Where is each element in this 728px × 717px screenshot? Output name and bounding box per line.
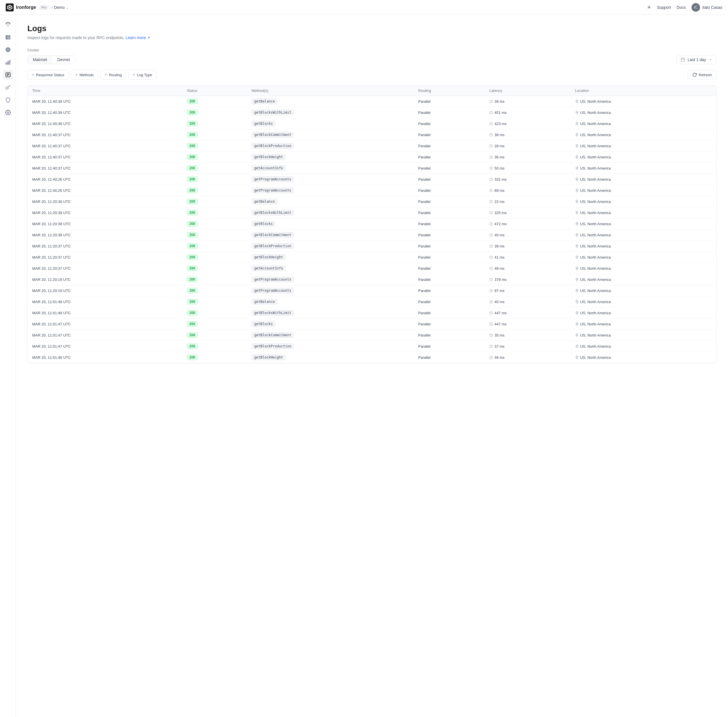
table-row[interactable]: MAR 20, 11:01:46 UTC 200 getBlockHeight …: [28, 352, 716, 363]
svg-point-4: [8, 25, 8, 26]
refresh-icon: [692, 73, 697, 77]
cell-location: US, North America: [571, 319, 716, 330]
svg-point-47: [577, 189, 577, 191]
status-badge: 200: [187, 299, 198, 305]
method-badge: getBlocksWithLimit: [251, 310, 294, 316]
location-value: US, North America: [580, 244, 611, 248]
tab-mainnet[interactable]: Mainnet: [28, 56, 52, 64]
sidebar-item-settings[interactable]: [3, 107, 13, 117]
location-value: US, North America: [580, 355, 611, 360]
clock-icon: [489, 289, 493, 293]
sidebar-item-globe[interactable]: [3, 44, 13, 55]
table-row[interactable]: MAR 20, 11:20:19 UTC 200 getProgramAccou…: [28, 274, 716, 285]
table-row[interactable]: MAR 20, 11:01:48 UTC 200 getBlocksWithLi…: [28, 307, 716, 319]
clock-icon: [489, 322, 493, 326]
table-row[interactable]: MAR 20, 11:40:39 UTC 200 getBlocksWithLi…: [28, 107, 716, 118]
table-row[interactable]: MAR 20, 11:40:39 UTC 200 getBalance Para…: [28, 96, 716, 107]
tab-devnet[interactable]: Devnet: [52, 56, 75, 64]
latency-value: 325 ms: [494, 211, 507, 215]
filter-log-type[interactable]: + Log Type: [128, 70, 157, 79]
table-row[interactable]: MAR 20, 11:20:37 UTC 200 getBlockProduct…: [28, 241, 716, 252]
table-row[interactable]: MAR 20, 11:40:37 UTC 200 getBlockHeight …: [28, 151, 716, 163]
svg-point-24: [6, 87, 8, 89]
demo-project[interactable]: / Demo ⌄: [52, 5, 69, 10]
user-profile[interactable]: IC Italo Casas: [691, 3, 722, 12]
clock-icon: [489, 200, 493, 203]
cell-method: getBlocksWithLimit: [247, 107, 414, 118]
status-badge: 200: [187, 143, 198, 149]
cluster-tabs: Mainnet Devnet: [27, 55, 75, 64]
cell-method: getBalance: [247, 96, 414, 107]
clock-icon: [489, 111, 493, 114]
sidebar-item-analytics[interactable]: [3, 57, 13, 67]
table-row[interactable]: MAR 20, 11:20:39 UTC 200 getBlocksWithLi…: [28, 207, 716, 218]
filter-response-status[interactable]: + Response Status: [27, 70, 69, 79]
sidebar-item-broadcast[interactable]: [3, 20, 13, 30]
refresh-button[interactable]: Refresh: [687, 70, 717, 79]
table-row[interactable]: MAR 20, 11:20:38 UTC 200 getBlocks Paral…: [28, 218, 716, 229]
support-link[interactable]: Support: [657, 5, 671, 10]
logo[interactable]: Ironforge: [6, 3, 36, 11]
cell-location: US, North America: [571, 196, 716, 207]
cell-latency: 38 ms: [485, 129, 570, 140]
table-row[interactable]: MAR 20, 11:40:37 UTC 200 getAccountInfo …: [28, 163, 716, 174]
filter-routing[interactable]: + Routing: [101, 70, 126, 79]
cell-routing: Parallel: [414, 151, 485, 163]
status-badge: 200: [187, 165, 198, 171]
sidebar-item-keys[interactable]: [3, 82, 13, 93]
cell-method: getBlockProduction: [247, 140, 414, 151]
docs-link[interactable]: Docs: [677, 5, 686, 10]
table-row[interactable]: MAR 20, 11:20:19 UTC 200 getProgramAccou…: [28, 285, 716, 296]
plus-icon: +: [105, 72, 107, 77]
svg-point-39: [577, 145, 577, 146]
cell-latency: 41 ms: [485, 252, 570, 263]
svg-point-45: [577, 178, 577, 179]
pin-icon: [575, 122, 579, 126]
table-row[interactable]: MAR 20, 11:40:26 UTC 200 getProgramAccou…: [28, 174, 716, 185]
theme-toggle-icon[interactable]: ☀: [647, 4, 651, 11]
table-row[interactable]: MAR 20, 11:40:37 UTC 200 getBlockCommitm…: [28, 129, 716, 140]
svg-point-57: [577, 245, 577, 246]
table-row[interactable]: MAR 20, 11:20:39 UTC 200 getBalance Para…: [28, 196, 716, 207]
pin-icon: [575, 111, 579, 114]
cell-method: getProgramAccounts: [247, 274, 414, 285]
table-row[interactable]: MAR 20, 11:01:48 UTC 200 getBalance Para…: [28, 296, 716, 307]
table-row[interactable]: MAR 20, 11:01:47 UTC 200 getBlockCommitm…: [28, 330, 716, 341]
project-name: Ironforge: [16, 5, 36, 10]
date-picker[interactable]: Last 1 day: [676, 55, 717, 64]
table-row[interactable]: MAR 20, 11:40:37 UTC 200 getBlockProduct…: [28, 140, 716, 151]
sidebar-item-security[interactable]: [3, 95, 13, 105]
cell-status: 200: [182, 229, 247, 241]
cell-status: 200: [182, 207, 247, 218]
latency-value: 22 ms: [494, 200, 504, 204]
status-badge: 200: [187, 188, 198, 193]
cell-status: 200: [182, 330, 247, 341]
filter-methods[interactable]: + Methods: [71, 70, 98, 79]
clock-icon: [489, 211, 493, 215]
table-row[interactable]: MAR 20, 11:20:37 UTC 200 getAccountInfo …: [28, 263, 716, 274]
table-row[interactable]: MAR 20, 11:40:26 UTC 200 getProgramAccou…: [28, 185, 716, 196]
table-row[interactable]: MAR 20, 11:40:38 UTC 200 getBlocks Paral…: [28, 118, 716, 129]
topnav-right: ☀ Support Docs IC Italo Casas: [647, 3, 722, 12]
method-badge: getBalance: [251, 299, 277, 305]
svg-point-59: [577, 256, 577, 257]
chevron-down-icon: [708, 58, 712, 62]
table-row[interactable]: MAR 20, 11:01:47 UTC 200 getBlocks Paral…: [28, 319, 716, 330]
cell-method: getBlocks: [247, 218, 414, 229]
latency-value: 379 ms: [494, 278, 507, 282]
learn-more-link[interactable]: Learn more ↗: [125, 35, 150, 40]
location-value: US, North America: [580, 166, 611, 171]
table-row[interactable]: MAR 20, 11:20:38 UTC 200 getBlockCommitm…: [28, 229, 716, 241]
location-value: US, North America: [580, 200, 611, 204]
status-badge: 200: [187, 121, 198, 127]
cell-time: MAR 20, 11:20:38 UTC: [28, 229, 182, 241]
pin-icon: [575, 355, 579, 359]
table-row[interactable]: MAR 20, 11:01:47 UTC 200 getBlockProduct…: [28, 341, 716, 352]
pin-icon: [575, 267, 579, 270]
logs-table: Time Status Method(s) Routing Latency Lo…: [28, 85, 716, 363]
pin-icon: [575, 100, 579, 103]
sidebar-item-storage[interactable]: [3, 32, 13, 42]
clock-icon: [489, 166, 493, 170]
table-row[interactable]: MAR 20, 11:20:37 UTC 200 getBlockHeight …: [28, 252, 716, 263]
sidebar-item-logs[interactable]: [3, 70, 13, 80]
